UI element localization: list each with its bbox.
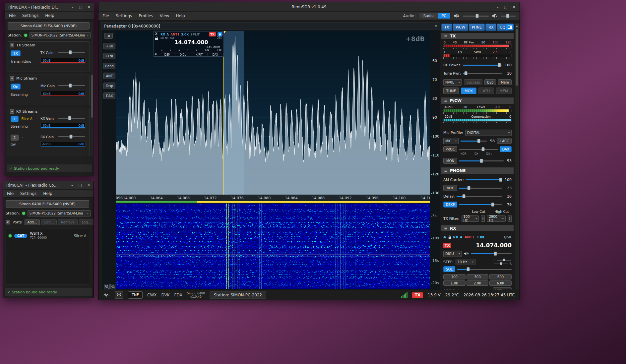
balance-left-slider[interactable] (497, 259, 511, 262)
unlock-icon[interactable] (155, 36, 158, 40)
rimusdr-titlebar[interactable]: RimuSDR v1.0.49 – ▢ ✕ (98, 2, 520, 12)
port-toolbar-button[interactable]: Add... (25, 219, 40, 225)
minimize-icon[interactable]: – (71, 183, 73, 187)
collapse-icon[interactable]: ▼ (10, 109, 14, 114)
tx-gain-slider[interactable] (58, 50, 85, 55)
panadapter-disp-button[interactable]: Disp (103, 83, 115, 89)
delay-slider[interactable] (457, 194, 502, 199)
flag-proc-label[interactable]: ANF (170, 37, 174, 39)
mem-button[interactable]: Mem (498, 79, 512, 85)
rx1-gain-slider[interactable] (58, 116, 85, 120)
menu-item[interactable]: File (9, 13, 16, 18)
close-icon[interactable]: ✕ (87, 183, 90, 187)
acc-button[interactable]: +ACC (497, 138, 512, 144)
close-icon[interactable]: ✕ (513, 5, 516, 9)
tune-power-slider[interactable] (463, 71, 502, 76)
audio-pc-option[interactable]: PC (438, 13, 450, 19)
menu-settings[interactable]: Settings (116, 14, 132, 18)
tx-filter-low-dropdown[interactable]: 100 Hz▾ (462, 215, 479, 222)
collapse-icon[interactable]: ▼ (10, 43, 14, 47)
zoom-out-button[interactable] (104, 284, 110, 289)
flag-filter[interactable]: 3.0K (181, 33, 189, 36)
rx-filter-preset-button[interactable]: 300 (467, 274, 489, 279)
mic-toggle-button[interactable]: On (11, 84, 21, 90)
rx1-button[interactable]: 1 (11, 116, 19, 122)
flag-close-icon[interactable]: X (155, 32, 157, 35)
mox-button[interactable]: MOX (461, 88, 476, 94)
tune-button[interactable]: TUNE (443, 88, 459, 94)
panel-toggle-button[interactable] (506, 24, 514, 30)
flag-slice-badge[interactable]: A (218, 32, 222, 36)
proc-button[interactable]: PROC (443, 146, 457, 152)
rx-tx-badge[interactable]: TX (443, 243, 451, 248)
minimize-icon[interactable]: – (497, 5, 499, 9)
am-carrier-slider[interactable] (466, 177, 502, 182)
dax-button[interactable]: DAX (500, 146, 512, 152)
station-dropdown[interactable]: SIMON-PC-2022 [SmartSDR-Linu▾ (30, 32, 91, 38)
sidebar-tab[interactable]: TX (441, 24, 452, 31)
rx-antenna[interactable]: ANT1 (465, 235, 474, 239)
mon-button[interactable]: MON (443, 158, 457, 164)
menu-item[interactable]: File (7, 191, 14, 196)
sidebar-tab[interactable]: RX (485, 24, 496, 31)
rimucat-titlebar[interactable]: RimuCAT - FlexRadio Co... – ▢ ✕ (3, 181, 94, 190)
flag-split[interactable]: SPLIT (190, 33, 200, 36)
panadapter-tnf-button[interactable]: +TNF (103, 53, 115, 59)
rimudax-scrollbar[interactable] (91, 22, 93, 155)
proc-slider[interactable] (459, 147, 498, 152)
panadapter-ant-button[interactable]: ANT (103, 73, 115, 79)
menu-item[interactable]: Settings (22, 13, 38, 18)
flag-qsk[interactable]: QSK (217, 36, 222, 39)
close-icon[interactable]: ✕ (88, 5, 91, 9)
menu-item[interactable]: Settings (20, 191, 36, 196)
sidebar-scrollbar[interactable]: ▲ (515, 24, 519, 289)
rx-frequency[interactable]: 14.074.000 (476, 242, 512, 249)
agc-speed-dropdown[interactable]: MED▾ (493, 287, 512, 290)
radio-select-button[interactable]: Simon.6400 FLEX-6400 (NV0E) (8, 22, 90, 30)
audio-radio-option[interactable]: Radio (419, 13, 438, 19)
rx-volume-slider[interactable] (471, 251, 512, 256)
menu-view[interactable]: View (160, 14, 169, 18)
sql-slider[interactable] (457, 267, 512, 272)
waveform-icon[interactable] (103, 292, 110, 298)
rx2-button[interactable]: 2 (11, 135, 19, 141)
pc-volume-slider[interactable] (501, 14, 516, 18)
maximize-icon[interactable]: ▢ (79, 5, 82, 9)
sidebar-tab[interactable]: PHNE (469, 24, 485, 31)
waterfall-display[interactable] (116, 204, 430, 289)
flag-frequency[interactable]: 14.074.000 (159, 39, 223, 45)
rx-panel-header[interactable]: ≡RX (441, 225, 514, 232)
cwx-button[interactable]: CWX (147, 293, 156, 297)
flag-rxa[interactable]: RX_A (160, 33, 169, 36)
maximize-icon[interactable]: ▢ (504, 5, 507, 9)
panadapter-band-button[interactable]: Band (103, 63, 115, 69)
success-button[interactable]: Success (464, 79, 482, 85)
tx-panel-header[interactable]: ≡TX (441, 32, 514, 39)
tx-filter-low-stepper[interactable]: ▲▼ (481, 215, 485, 222)
menu-item[interactable]: Help (45, 13, 54, 18)
mon-slider[interactable] (459, 158, 504, 163)
panadapter-close-icon[interactable]: x (435, 24, 437, 28)
sidebar-tab[interactable]: P/CW (453, 24, 468, 31)
collapse-icon[interactable]: ▼ (10, 76, 14, 81)
mic-source-dropdown[interactable]: MIC▾ (443, 138, 459, 144)
rf-power-slider[interactable] (463, 63, 502, 67)
flag-antenna[interactable]: ANT1 (170, 33, 179, 36)
flag-tx-badge[interactable]: TX (209, 32, 216, 36)
fdx-button[interactable]: FDX (174, 293, 182, 297)
mic-gain-slider[interactable] (461, 139, 487, 143)
tx-filter-high-dropdown[interactable]: 2900 Hz▾ (487, 215, 505, 222)
byp-button[interactable]: Byp (484, 79, 496, 85)
menu-item[interactable]: Help (43, 191, 52, 196)
flag-proc-label[interactable]: NB (160, 37, 164, 39)
unlock-icon[interactable] (448, 235, 451, 239)
minimize-icon[interactable]: – (72, 5, 74, 9)
dvk-button[interactable]: DVK (161, 293, 169, 297)
mic-profile-dropdown[interactable]: DIGITAL▾ (465, 130, 512, 136)
menu-help[interactable]: Help (176, 14, 185, 18)
rx-filter-preset-button[interactable]: 100 (443, 274, 466, 279)
flag-tab[interactable]: X/RIT (191, 53, 208, 56)
port-toolbar-button[interactable]: Log... (79, 219, 94, 225)
scroll-up-icon[interactable]: ▲ (515, 24, 519, 29)
tx-profile-dropdown[interactable]: NV0E▾ (443, 79, 462, 86)
